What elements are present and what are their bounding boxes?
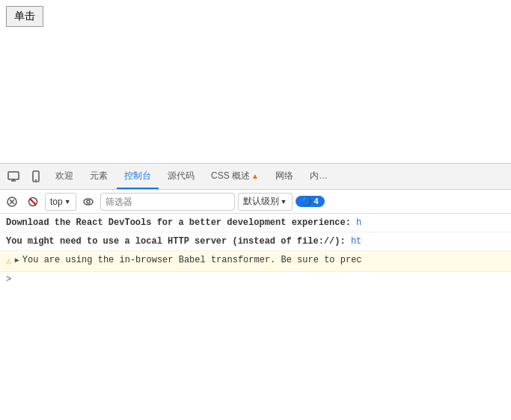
log-level-chevron-icon: ▼ <box>281 198 287 206</box>
message-count-badge: 🔵 4 <box>296 196 325 207</box>
clear-console-button[interactable] <box>3 193 21 211</box>
tab-network[interactable]: 网络 <box>268 164 301 189</box>
click-button[interactable]: 单击 <box>6 6 43 27</box>
console-message-1: Download the React DevTools for a better… <box>0 214 511 232</box>
log-level-selector[interactable]: 默认级别 ▼ <box>238 193 293 211</box>
tab-more[interactable]: 内… <box>302 164 335 189</box>
devtools-tab-bar: 欢迎 元素 控制台 源代码 CSS 概述 ▲ 网络 内… <box>0 164 511 190</box>
level-label: top <box>50 197 63 207</box>
level-selector[interactable]: top ▼ <box>45 193 76 211</box>
css-warning-icon: ▲ <box>251 172 259 180</box>
svg-line-9 <box>30 199 36 205</box>
level-chevron-icon: ▼ <box>64 198 71 206</box>
console-messages: Download the React DevTools for a better… <box>0 214 511 420</box>
svg-point-10 <box>84 199 93 205</box>
devtools-panel: 欢迎 元素 控制台 源代码 CSS 概述 ▲ 网络 内… <box>0 163 511 420</box>
svg-rect-0 <box>8 172 19 179</box>
log-level-label: 默认级别 <box>243 195 279 208</box>
console-message-2: You might need to use a local HTTP serve… <box>0 232 511 251</box>
warning-icon: ⚠ <box>6 254 12 269</box>
tab-sources[interactable]: 源代码 <box>160 164 202 189</box>
message-count: 🔵 <box>302 197 314 206</box>
responsive-icon[interactable] <box>25 166 46 187</box>
page-area: 单击 <box>0 0 511 163</box>
console-message-3: ⚠ ▶ You are using the in-browser Babel t… <box>0 251 511 272</box>
no-filter-button[interactable] <box>24 193 42 211</box>
svg-point-11 <box>87 200 90 203</box>
tab-elements[interactable]: 元素 <box>82 164 115 189</box>
device-toggle-icon[interactable] <box>3 166 24 187</box>
tab-css-overview[interactable]: CSS 概述 ▲ <box>204 164 266 189</box>
devtools-toolbar: top ▼ 默认级别 ▼ 🔵 4 <box>0 190 511 214</box>
eye-button[interactable] <box>79 193 97 211</box>
filter-input[interactable] <box>100 193 235 211</box>
tab-console[interactable]: 控制台 <box>117 164 159 189</box>
console-caret[interactable]: > <box>0 272 511 287</box>
tab-welcome[interactable]: 欢迎 <box>48 164 81 189</box>
warning-text: You are using the in-browser Babel trans… <box>22 253 362 267</box>
triangle-icon[interactable]: ▶ <box>15 255 19 266</box>
